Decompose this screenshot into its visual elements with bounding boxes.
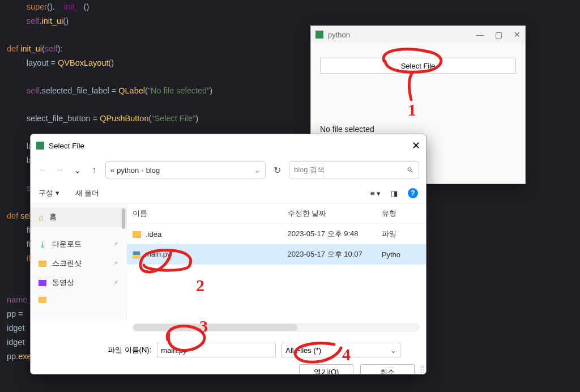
breadcrumb-root: « xyxy=(110,166,114,174)
pywin-title: python xyxy=(328,31,350,39)
filetype-label: All Files (*) xyxy=(285,346,321,355)
header-date[interactable]: 수정한 날짜 xyxy=(282,204,376,223)
video-icon xyxy=(39,280,46,286)
select-file-button[interactable]: Select File xyxy=(320,58,516,74)
breadcrumb-path[interactable]: « python › blog ⌄ xyxy=(105,161,266,178)
pin-icon: 📌︎ xyxy=(112,279,118,286)
chevron-right-icon: › xyxy=(141,166,143,174)
dialog-bottom: 파일 이름(N): All Files (*) ⌄ 열기(O) 취소 xyxy=(31,331,426,374)
chevron-down-icon: ⌄ xyxy=(390,346,396,355)
sidebar-item-screenshots[interactable]: 스크린샷 📌︎ xyxy=(31,254,126,273)
sidebar-item-label: 스크린샷 xyxy=(52,258,82,269)
home-icon: ⌂ xyxy=(39,212,44,222)
horizontal-scrollbar[interactable] xyxy=(133,323,419,331)
nav-history-dropdown[interactable]: ⌄ xyxy=(71,165,83,176)
select-file-button-label: Select File xyxy=(401,62,436,70)
file-date: 2023-05-17 오후 9:48 xyxy=(282,229,376,239)
refresh-button[interactable]: ↻ xyxy=(271,165,283,176)
cancel-button[interactable]: 취소 xyxy=(360,364,415,374)
download-icon: ⭳ xyxy=(39,240,46,249)
header-type[interactable]: 유형 xyxy=(376,204,426,223)
folder-icon xyxy=(39,297,46,303)
dialog-nav-row: ← → ⌄ ↑ « python › blog ⌄ ↻ blog 검색 🔍︎ xyxy=(31,157,426,183)
filename-input[interactable] xyxy=(157,343,276,357)
preview-pane-button[interactable]: ◨ xyxy=(391,189,398,198)
file-date: 2023-05-17 오후 10:07 xyxy=(282,249,376,259)
file-list: 이름 수정한 날짜 유형 .idea 2023-05-17 오후 9:48 파일… xyxy=(127,204,426,320)
header-name[interactable]: 이름 xyxy=(127,204,282,223)
breadcrumb-p2[interactable]: blog xyxy=(146,166,160,174)
help-button[interactable]: ? xyxy=(408,188,418,198)
sidebar-scrollbar[interactable] xyxy=(122,208,125,229)
toolbar-new-folder[interactable]: 새 폴더 xyxy=(75,188,100,198)
sidebar-item-label: 홈 xyxy=(49,212,57,222)
breadcrumb-p1[interactable]: python xyxy=(117,166,139,174)
dialog-toolbar: 구성 ▾ 새 폴더 ≡ ▾ ◨ ? xyxy=(31,183,426,203)
file-name: main.py xyxy=(145,250,171,258)
sidebar-item-downloads[interactable]: ⭳ 다운로드 📌︎ xyxy=(31,235,126,254)
view-menu-button[interactable]: ≡ ▾ xyxy=(370,189,381,198)
file-list-row-selected[interactable]: main.py 2023-05-17 오후 10:07 Pytho xyxy=(127,244,426,265)
app-icon xyxy=(315,31,323,39)
dialog-titlebar: Select File ✕ xyxy=(31,134,426,157)
pin-icon: 📌︎ xyxy=(112,260,118,267)
file-list-header: 이름 수정한 날짜 유형 xyxy=(127,204,426,224)
close-button[interactable]: ✕ xyxy=(514,30,521,39)
search-icon: 🔍︎ xyxy=(407,166,414,174)
open-button-label: 열기(O) xyxy=(314,367,339,374)
breadcrumb-dropdown-icon[interactable]: ⌄ xyxy=(254,166,261,174)
nav-up-button[interactable]: ↑ xyxy=(88,165,100,175)
file-type: 파일 xyxy=(376,229,426,239)
python-file-icon xyxy=(133,251,140,259)
folder-icon xyxy=(133,231,141,238)
sidebar-item-label: 동영상 xyxy=(52,278,74,288)
filename-label: 파일 이름(N): xyxy=(108,345,151,355)
sidebar-item-home[interactable]: ⌂ 홈 xyxy=(31,207,126,227)
horizontal-scrollbar-thumb[interactable] xyxy=(133,324,297,331)
sidebar-item-more[interactable] xyxy=(31,292,126,308)
dialog-app-icon xyxy=(36,142,44,150)
sidebar-item-videos[interactable]: 동영상 📌︎ xyxy=(31,273,126,292)
minimize-button[interactable]: — xyxy=(476,30,484,39)
search-input[interactable]: blog 검색 🔍︎ xyxy=(289,161,419,178)
file-name: .idea xyxy=(146,230,161,238)
nav-back-button[interactable]: ← xyxy=(37,165,49,175)
file-type: Pytho xyxy=(376,250,426,259)
file-dialog: Select File ✕ ← → ⌄ ↑ « python › blog ⌄ … xyxy=(30,134,427,374)
sidebar-item-label: 다운로드 xyxy=(52,239,82,249)
pin-icon: 📌︎ xyxy=(112,241,118,248)
maximize-button[interactable]: ▢ xyxy=(495,30,502,39)
selected-file-label: No file selected xyxy=(320,125,516,134)
search-placeholder: blog 검색 xyxy=(294,165,325,175)
cancel-button-label: 취소 xyxy=(380,367,395,374)
nav-forward-button[interactable]: → xyxy=(54,165,66,175)
folder-icon xyxy=(39,261,46,267)
resize-grip[interactable]: ⣿ xyxy=(420,364,424,373)
toolbar-organize[interactable]: 구성 ▾ xyxy=(39,188,59,198)
file-list-row[interactable]: .idea 2023-05-17 오후 9:48 파일 xyxy=(127,224,426,244)
pywin-titlebar: python — ▢ ✕ xyxy=(311,26,525,43)
dialog-sidebar: ⌂ 홈 ⭳ 다운로드 📌︎ 스크린샷 📌︎ 동영상 📌︎ xyxy=(31,204,127,320)
dialog-close-button[interactable]: ✕ xyxy=(412,139,420,152)
dialog-title: Select File xyxy=(49,142,84,150)
filetype-select[interactable]: All Files (*) ⌄ xyxy=(282,343,400,357)
open-button[interactable]: 열기(O) xyxy=(299,364,353,374)
